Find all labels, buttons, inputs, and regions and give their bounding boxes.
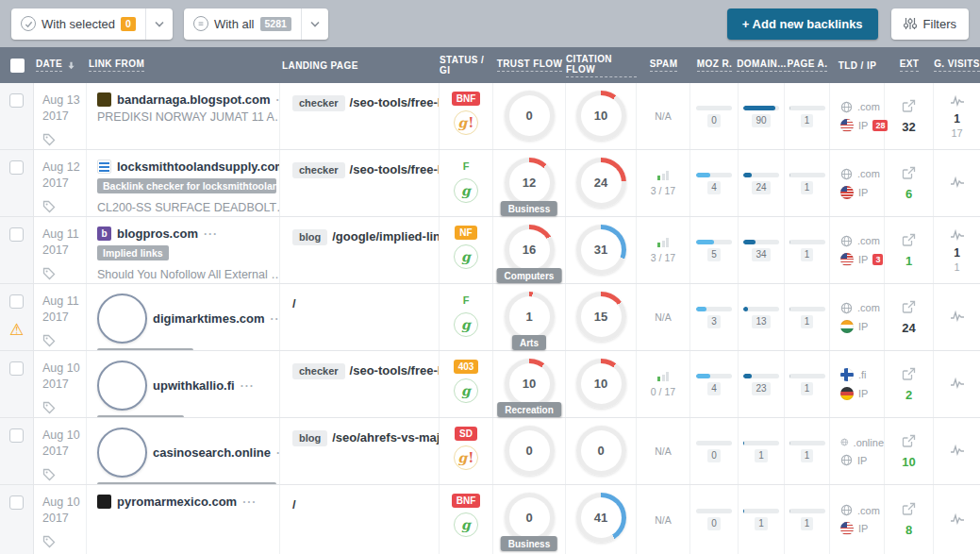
landing-path-link[interactable]: / — [292, 296, 296, 311]
tag-icon[interactable] — [42, 468, 80, 485]
external-links-count[interactable]: 2 — [905, 388, 912, 402]
visits-secondary: 1 — [954, 261, 959, 273]
landing-path-link[interactable]: /seo-tools/free-bac… — [350, 95, 440, 109]
google-index-icon[interactable]: g — [454, 512, 478, 537]
column-header-citation-flow[interactable]: CITATION FLOW — [566, 54, 637, 77]
google-index-icon[interactable]: g — [454, 178, 478, 203]
anchor-text-badge: Implied links — [97, 245, 169, 260]
citation-flow-cell: 41 — [566, 485, 637, 554]
external-links-count[interactable]: 32 — [902, 120, 915, 134]
more-menu[interactable]: ··· — [241, 379, 255, 393]
column-header-date[interactable]: DATE — [34, 59, 87, 72]
filters-button[interactable]: Filters — [891, 8, 969, 40]
more-menu[interactable]: ··· — [271, 312, 281, 326]
more-menu[interactable]: ··· — [204, 227, 218, 241]
source-domain-link[interactable]: digimarktimes.com — [153, 311, 265, 326]
table-row: Aug 102017casinosearch.online···Ahrefs v… — [0, 418, 980, 485]
metric-bar — [789, 173, 825, 177]
external-links-count[interactable]: 1 — [905, 254, 912, 268]
sort-down-icon — [66, 60, 76, 71]
column-header-spam[interactable]: SPAM — [637, 59, 690, 72]
tag-icon — [42, 334, 56, 347]
column-header-landing-page[interactable]: LANDING PAGE — [280, 60, 440, 71]
with-selected-dropdown[interactable] — [145, 8, 173, 40]
column-header-ext[interactable]: EXT — [885, 59, 934, 72]
google-index-icon[interactable]: g — [454, 378, 478, 403]
spam-score-value: 0 / 17 — [651, 386, 675, 397]
more-menu[interactable]: ··· — [242, 495, 257, 509]
column-header-tld-ip[interactable]: TLD / IP — [830, 60, 885, 71]
external-links-count[interactable]: 24 — [902, 321, 915, 335]
landing-path-link[interactable]: /seo/ahrefs-vs-majesti… — [332, 430, 440, 445]
tag-icon[interactable] — [42, 334, 80, 351]
tld-label: .com — [857, 505, 880, 516]
landing-path-link[interactable]: /google/implied-links/ — [332, 229, 440, 243]
source-domain-link[interactable]: blogpros.com — [117, 227, 198, 241]
row-checkbox[interactable] — [9, 294, 24, 309]
google-index-icon[interactable]: g — [454, 244, 478, 269]
tag-icon[interactable] — [42, 535, 80, 552]
gauge-value: 31 — [581, 229, 622, 270]
tag-icon[interactable] — [42, 401, 80, 418]
select-all-checkbox[interactable] — [10, 59, 25, 73]
source-domain-link[interactable]: locksmithtoolandsupply.com — [117, 159, 280, 174]
with-all-main[interactable]: With all 5281 — [184, 8, 301, 40]
source-domain-link[interactable]: bandarnaga.blogspot.com — [117, 92, 271, 107]
tld-label: .com — [857, 302, 880, 313]
warning-icon[interactable]: ⚠ — [9, 322, 24, 338]
row-checkbox[interactable] — [9, 428, 24, 443]
column-label: MOZ R. — [697, 59, 732, 72]
chevron-down-icon — [155, 21, 164, 27]
tag-icon — [42, 133, 56, 146]
tag-icon — [42, 267, 56, 280]
metric-bar — [743, 106, 779, 110]
column-header-link-from[interactable]: LINK FROM — [87, 59, 280, 72]
row-checkbox[interactable] — [9, 361, 24, 376]
external-links-count[interactable]: 6 — [905, 187, 912, 201]
landing-path-link[interactable]: /seo-tools/free-bac… — [350, 162, 440, 176]
source-domain-link[interactable]: casinosearch.online — [153, 445, 271, 460]
google-index-warning-icon[interactable]: g! — [454, 110, 478, 135]
ip-label: IP — [858, 523, 868, 534]
column-header-moz-r[interactable]: MOZ R. — [690, 59, 739, 72]
filters-label: Filters — [923, 17, 956, 31]
with-selected-main[interactable]: With selected 0 — [11, 8, 145, 40]
row-checkbox[interactable] — [9, 160, 24, 175]
with-all-button[interactable]: With all 5281 — [184, 8, 328, 40]
column-header-status-gi[interactable]: STATUS / GI — [440, 55, 493, 76]
citation-flow-cell: 15 — [566, 284, 637, 350]
tag-icon[interactable] — [42, 200, 80, 217]
tld-ip-cell: .comIP — [830, 485, 885, 554]
external-links-count[interactable]: 10 — [902, 455, 915, 469]
with-selected-button[interactable]: With selected 0 — [11, 8, 173, 40]
with-all-dropdown[interactable] — [301, 8, 328, 40]
google-index-icon[interactable]: g — [454, 312, 478, 337]
tag-icon[interactable] — [42, 267, 80, 284]
metric-bar — [743, 509, 779, 513]
row-select-cell — [0, 150, 34, 216]
date-cell: Aug 122017 — [34, 150, 87, 216]
column-header-g-visits[interactable]: G. VISITS — [934, 59, 980, 72]
page-title-text: Should You Nofollow All External … — [97, 268, 272, 281]
external-link-icon — [902, 233, 916, 251]
row-checkbox[interactable] — [9, 495, 24, 510]
tag-icon[interactable] — [42, 133, 80, 150]
column-header-page-a[interactable]: PAGE A. — [785, 59, 830, 72]
moz-rank-cell: 4 — [690, 351, 739, 417]
landing-path-link[interactable]: / — [292, 497, 296, 512]
gauge-value: 10 — [581, 363, 622, 404]
column-label: LINK FROM — [89, 59, 144, 72]
column-header-domain[interactable]: DOMAIN... — [739, 59, 785, 72]
external-links-count[interactable]: 8 — [905, 523, 912, 537]
source-domain-link[interactable]: upwithkallio.fi — [153, 378, 235, 393]
anchor-text-badge: Redondo Beach — [97, 415, 184, 417]
source-domain-link[interactable]: pyromarmexico.com — [117, 495, 237, 509]
ip-label: IP — [858, 388, 868, 399]
add-new-backlinks-button[interactable]: + Add new backlinks — [727, 8, 878, 40]
landing-path-link[interactable]: /seo-tools/free-bac… — [350, 363, 440, 378]
flow-gauge: 0 — [505, 91, 555, 141]
column-header-trust-flow[interactable]: TRUST FLOW — [493, 59, 566, 72]
google-index-warning-icon[interactable]: g! — [454, 445, 478, 470]
row-checkbox[interactable] — [9, 227, 24, 242]
row-checkbox[interactable] — [9, 93, 24, 108]
